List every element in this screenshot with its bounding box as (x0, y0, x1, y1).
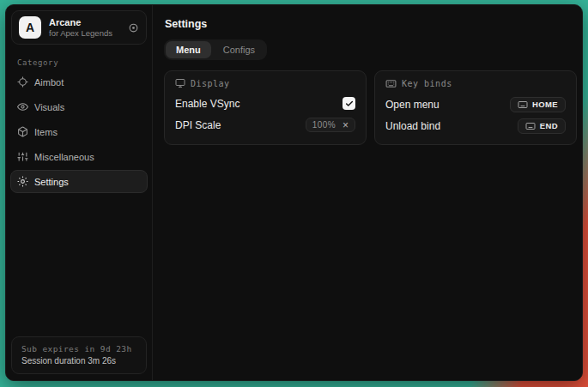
sidebar: A Arcane for Apex Legends Category Aimbo… (6, 5, 153, 380)
crosshair-icon (17, 76, 28, 88)
display-card-header: Display (175, 78, 355, 88)
settings-tabbar: Menu Configs (164, 39, 267, 60)
sidebar-item-label: Visuals (34, 102, 64, 112)
tab-menu[interactable]: Menu (166, 41, 211, 58)
unload-bind-label: Unload bind (385, 120, 440, 132)
sidebar-item-items[interactable]: Items (10, 120, 148, 143)
session-duration-text: Session duration 3m 26s (21, 355, 136, 367)
sidebar-item-label: Aimbot (34, 77, 64, 88)
page-title: Settings (165, 18, 577, 30)
package-icon (17, 126, 28, 137)
keybinds-card-header: Key binds (385, 78, 566, 89)
vsync-row: Enable VSync (175, 93, 355, 114)
sub-expires-text: Sub expires in 9d 23h (21, 343, 136, 355)
sidebar-item-label: Settings (34, 177, 69, 187)
keybinds-card-title: Key binds (402, 79, 452, 88)
app-subtitle: for Apex Legends (49, 28, 120, 39)
target-icon[interactable] (128, 22, 139, 33)
tab-configs[interactable]: Configs (213, 41, 265, 58)
brand-card: A Arcane for Apex Legends (11, 10, 147, 45)
dpi-scale-input[interactable]: 100% × (306, 118, 355, 132)
unload-bind-row: Unload bind END (385, 115, 566, 136)
app-logo: A (19, 16, 41, 39)
dpi-label: DPI Scale (175, 119, 221, 131)
sidebar-item-miscellaneous[interactable]: Miscellaneous (10, 145, 148, 168)
dpi-value: 100% (312, 120, 336, 130)
category-label: Category (17, 58, 152, 67)
eye-icon (17, 101, 28, 112)
display-card-title: Display (191, 79, 230, 88)
app-window: A Arcane for Apex Legends Category Aimbo… (5, 4, 583, 381)
gear-icon (17, 176, 28, 187)
sliders-icon (17, 151, 28, 162)
monitor-icon (175, 78, 185, 88)
sidebar-item-settings[interactable]: Settings (10, 170, 148, 193)
sidebar-nav: Aimbot Visuals Items (6, 70, 152, 193)
sidebar-item-aimbot[interactable]: Aimbot (10, 70, 148, 94)
settings-cards: Display Enable VSync DPI Scale 100% × (164, 70, 577, 145)
app-name: Arcane (49, 17, 120, 28)
vsync-label: Enable VSync (175, 98, 239, 110)
clear-icon[interactable]: × (342, 121, 349, 130)
dpi-row: DPI Scale 100% × (175, 114, 355, 136)
open-menu-keybind[interactable]: HOME (510, 97, 566, 112)
subscription-status-card: Sub expires in 9d 23h Session duration 3… (11, 336, 147, 374)
main-content: Settings Menu Configs Display Enable VSy… (153, 5, 583, 380)
sidebar-item-label: Miscellaneous (34, 152, 94, 162)
keyboard-icon (385, 78, 397, 89)
unload-bind-key: END (540, 121, 558, 130)
open-menu-key: HOME (532, 100, 558, 109)
sidebar-item-label: Items (34, 127, 58, 137)
checkmark-icon (345, 100, 354, 108)
vsync-checkbox[interactable] (342, 97, 355, 110)
open-menu-row: Open menu HOME (385, 94, 566, 115)
brand-text: Arcane for Apex Legends (49, 17, 120, 39)
display-card: Display Enable VSync DPI Scale 100% × (164, 70, 367, 145)
keybinds-card: Key binds Open menu HOME Unload bin (374, 70, 577, 145)
unload-bind-keybind[interactable]: END (518, 118, 566, 134)
open-menu-label: Open menu (385, 99, 439, 111)
keyboard-icon (525, 121, 536, 131)
keyboard-icon (518, 100, 528, 110)
sidebar-item-visuals[interactable]: Visuals (10, 95, 148, 118)
